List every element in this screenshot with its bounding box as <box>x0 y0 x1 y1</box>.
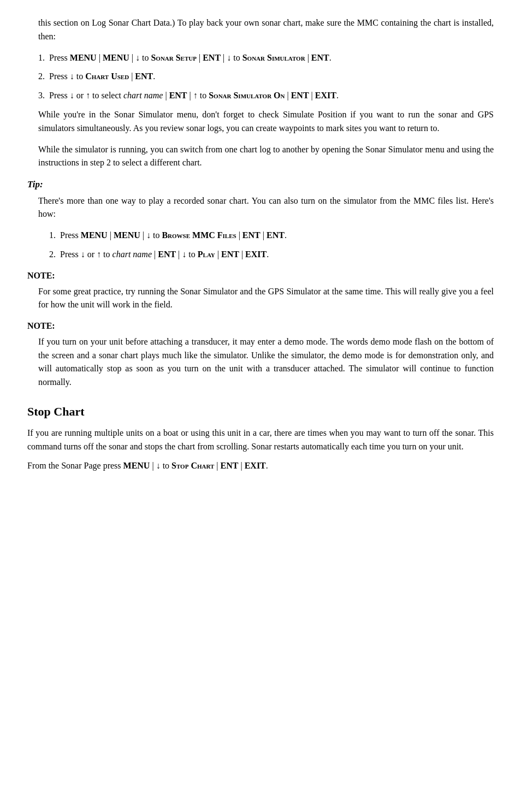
tip-content: There's more than one way to play a reco… <box>27 194 494 262</box>
step-2: 2. Press ↓ to Chart Used | ENT. <box>27 70 494 84</box>
from-stop-chart: Stop Chart <box>171 461 214 470</box>
step-1-arrow2: | ↓ to <box>221 53 242 62</box>
step-1-sonar-sim: Sonar Simulator <box>242 53 305 62</box>
stop-chart-section: Stop Chart If you are running multiple u… <box>27 402 494 472</box>
tip-step-2-ent2: ENT <box>221 250 239 259</box>
tip-section: Tip: There's more than one way to play a… <box>27 177 494 262</box>
step-3-chart-name: chart name <box>123 91 163 100</box>
note2-body: If you turn on your unit before attachin… <box>27 335 494 389</box>
step-1-pipe3: | <box>305 53 311 62</box>
tip-step-2-pipe1: | <box>152 250 158 259</box>
note2-heading: NOTE: <box>27 319 494 333</box>
step-3-sonar-sim-on: Sonar Simulator On <box>209 91 285 100</box>
step-1: 1. Press MENU | MENU | ↓ to Sonar Setup … <box>27 51 494 65</box>
page-content: this section on Log Sonar Chart Data.) T… <box>27 16 494 473</box>
step-1-ent1: ENT <box>203 53 221 62</box>
tip-step-1-ent2: ENT <box>267 230 285 240</box>
tip-step-2-pipe2: | <box>215 250 221 259</box>
step-3: 3. Press ↓ or ↑ to select chart name | E… <box>27 89 494 103</box>
step-3-ent2: ENT <box>291 91 309 100</box>
tip-step-1-ent1: ENT <box>242 230 260 240</box>
step-2-number: 2. Press ↓ to <box>38 72 85 81</box>
step-1-ent2: ENT <box>311 53 329 62</box>
step-2-pipe1: | <box>129 72 135 81</box>
tip-intro: There's more than one way to play a reco… <box>38 194 494 222</box>
tip-step-1-menu1: MENU <box>81 230 108 240</box>
step-1-menu1: MENU <box>70 53 97 62</box>
step-3-period: . <box>336 91 339 100</box>
intro-paragraph: this section on Log Sonar Chart Data.) T… <box>27 16 494 44</box>
tip-step-1-pipe3: | <box>260 230 267 240</box>
tip-step-2: 2. Press ↓ or ↑ to chart name | ENT | ↓ … <box>38 248 494 262</box>
tip-step-2-ent1: ENT <box>158 250 176 259</box>
step-3-pipe2: | ↑ to <box>187 91 209 100</box>
tip-step-1-number: 1. Press <box>49 230 81 240</box>
tip-step-2-pipe3: | <box>239 250 245 259</box>
from-exit: EXIT <box>245 461 266 470</box>
step-3-ent1: ENT <box>169 91 187 100</box>
from-pipe2: | <box>238 461 244 470</box>
step-3-exit: EXIT <box>315 91 336 100</box>
para1-text: While you're in the Sonar Simulator menu… <box>38 110 494 133</box>
step-3-number: 3. Press ↓ or ↑ to select <box>38 91 123 100</box>
note1-heading: NOTE: <box>27 269 494 283</box>
step-2-chart-used: Chart Used <box>85 72 129 81</box>
step-3-pipe1: | <box>163 91 169 100</box>
step-1-pipe2: | <box>197 53 203 62</box>
from-menu: MENU <box>123 461 150 470</box>
tip-step-2-number: 2. Press ↓ or ↑ to <box>49 250 113 259</box>
note1-body: For some great practice, try running the… <box>27 285 494 312</box>
step-1-arrow1: | ↓ to <box>129 53 151 62</box>
step-2-ent: ENT <box>135 72 153 81</box>
from-line: From the Sonar Page press MENU | ↓ to St… <box>27 459 494 473</box>
tip-step-1-menu2: MENU <box>114 230 140 240</box>
tip-step-2-arrow1: | ↓ to <box>176 250 198 259</box>
intro-text: this section on Log Sonar Chart Data.) T… <box>38 18 494 41</box>
tip-step-2-play: Play <box>198 250 215 259</box>
para2-text: While the simulator is running, you can … <box>38 145 494 168</box>
step-2-period: . <box>153 72 155 81</box>
stop-chart-heading: Stop Chart <box>27 402 494 421</box>
step-1-period: . <box>329 53 331 62</box>
tip-step-1-pipe2: | <box>236 230 242 240</box>
tip-step-2-period: . <box>267 250 269 259</box>
tip-step-2-exit: EXIT <box>245 250 267 259</box>
step-1-pipe1: | <box>97 53 103 62</box>
para2: While the simulator is running, you can … <box>27 143 494 170</box>
note2-section: NOTE: If you turn on your unit before at… <box>27 319 494 389</box>
note1-section: NOTE: For some great practice, try runni… <box>27 269 494 312</box>
step-1-number: 1. Press <box>38 53 70 62</box>
step-1-menu2: MENU <box>103 53 129 62</box>
from-period: . <box>266 461 268 470</box>
tip-step-1-browse: Browse MMC Files <box>162 230 236 240</box>
tip-heading: Tip: <box>27 177 494 192</box>
tip-step-1-arrow1: | ↓ to <box>140 230 162 240</box>
tip-step-2-chart-name: chart name <box>113 250 152 259</box>
step-1-sonar-setup: Sonar Setup <box>151 53 197 62</box>
tip-step-1: 1. Press MENU | MENU | ↓ to Browse MMC F… <box>38 229 494 242</box>
from-ent: ENT <box>221 461 239 470</box>
from-line-prefix: From the Sonar Page press <box>27 461 123 470</box>
para1: While you're in the Sonar Simulator menu… <box>27 108 494 135</box>
from-arrow: | ↓ to <box>150 461 171 470</box>
step-3-pipe3: | <box>285 91 291 100</box>
tip-step-1-pipe1: | <box>108 230 114 240</box>
step-3-pipe4: | <box>309 91 315 100</box>
tip-step-1-period: . <box>285 230 287 240</box>
stop-chart-body1: If you are running multiple units on a b… <box>27 426 494 454</box>
from-pipe1: | <box>214 461 220 470</box>
